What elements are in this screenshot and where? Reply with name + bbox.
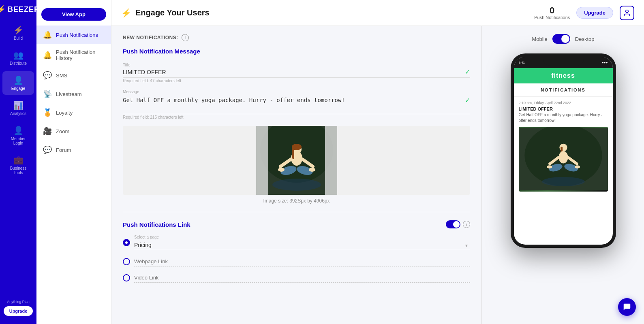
sidebar-label-forum: Forum <box>56 147 71 153</box>
chat-bubble[interactable] <box>618 298 636 316</box>
image-upload-area[interactable] <box>123 126 470 195</box>
title-field-group: Title ✓ Required field: 47 characters le… <box>123 63 470 83</box>
sidebar-item-push-notification-history[interactable]: 🔔 Push Notification History <box>36 44 111 66</box>
upgrade-button-top[interactable]: Upgrade <box>576 7 613 19</box>
nav-item-build[interactable]: ⚡ Build <box>2 21 34 45</box>
business-tools-icon: 💼 <box>13 155 24 165</box>
mobile-label: Mobile <box>532 36 548 42</box>
build-icon: ⚡ <box>13 25 24 35</box>
form-area: NEW NOTIFICATIONS: i Push Notification M… <box>111 26 481 324</box>
preview-view-toggle[interactable] <box>552 34 570 44</box>
notification-image <box>519 127 608 192</box>
new-notifications-label: NEW NOTIFICATIONS: <box>123 35 178 40</box>
toggle-thumb <box>453 221 460 228</box>
sidebar-item-loyalty[interactable]: 🏅 Loyalty <box>36 103 111 122</box>
webpage-link-input[interactable] <box>134 257 470 266</box>
sidebar-header: View App <box>36 5 111 24</box>
svg-point-13 <box>272 179 321 191</box>
sidebar-label-livestream: Livestream <box>56 91 82 97</box>
select-page-dropdown[interactable]: Pricing <box>134 240 470 250</box>
livestream-icon: 📡 <box>43 90 52 98</box>
nav-label-distribute: Distribute <box>10 61 27 66</box>
sidebar-item-sms[interactable]: 💬 SMS <box>36 66 111 85</box>
title-input[interactable] <box>123 69 465 75</box>
chat-bubble-icon <box>623 303 631 311</box>
app-header: fitness <box>514 68 613 83</box>
nav-label-engage: Engage <box>11 86 25 91</box>
push-notification-message-section: Push Notification Message Title ✓ Requir… <box>123 48 470 204</box>
push-link-info-icon[interactable]: i <box>463 221 470 228</box>
phone-time: 9:41 <box>519 61 525 64</box>
view-app-button[interactable]: View App <box>41 8 106 21</box>
phone-screen: 9:41 ●●● fitness NOTIFICATIONS 2:10 pm, … <box>514 57 613 245</box>
radio-content-video <box>134 273 470 283</box>
push-notifications-counter: 0 Push Notifications <box>534 6 570 20</box>
logo-icon: ⚡ <box>0 5 6 14</box>
radio-circle-video[interactable] <box>123 274 130 281</box>
radio-content-webpage <box>134 257 470 266</box>
svg-point-25 <box>546 165 552 168</box>
preview-toggle-thumb <box>561 35 569 43</box>
sidebar-label-loyalty: Loyalty <box>56 110 73 116</box>
nav-item-distribute[interactable]: 👥 Distribute <box>2 46 34 70</box>
push-link-toggle[interactable]: i <box>446 220 470 228</box>
message-hint: Required field: 215 characters left <box>123 115 470 119</box>
zoom-icon: 🎥 <box>43 127 52 136</box>
radio-circle-select-page[interactable] <box>123 239 130 246</box>
distribute-icon: 👥 <box>13 50 24 60</box>
top-bar-right: 0 Push Notifications Upgrade <box>534 6 634 20</box>
toggle-track[interactable] <box>446 220 460 228</box>
title-input-row: ✓ <box>123 68 470 78</box>
sidebar-label-sms: SMS <box>56 72 67 79</box>
notification-body: Get Half OFF a monthly yoga package. Hur… <box>519 112 608 124</box>
sidebar-item-forum[interactable]: 💬 Forum <box>36 141 111 159</box>
member-login-icon: 👤 <box>13 126 24 135</box>
select-arrow-icon: ▼ <box>464 243 469 247</box>
push-link-header: Push Notifications Link i <box>123 220 470 228</box>
logo-text: BEEZER <box>8 5 40 14</box>
sms-icon: 💬 <box>43 71 52 80</box>
radio-webpage-link[interactable] <box>123 257 470 266</box>
top-bar-left: ⚡ Engage Your Users <box>121 8 210 18</box>
notification-title: LIMITED OFFER <box>519 107 608 111</box>
message-input[interactable]: Get Half OFF a monthly yoga package. Hur… <box>123 96 465 112</box>
nav-item-business-tools[interactable]: 💼 Business Tools <box>2 151 34 179</box>
upgrade-button-bottom[interactable]: Upgrade <box>4 306 33 316</box>
top-bar: ⚡ Engage Your Users 0 Push Notifications… <box>111 0 644 26</box>
message-input-row: Get Half OFF a monthly yoga package. Hur… <box>123 95 470 114</box>
radio-video-link[interactable] <box>123 273 470 283</box>
user-avatar[interactable] <box>620 6 634 20</box>
nav-label-analytics: Analytics <box>10 111 26 116</box>
nav-item-analytics[interactable]: 📊 Analytics <box>2 96 34 120</box>
new-notifications-bar: NEW NOTIFICATIONS: i <box>123 34 470 41</box>
section-divider <box>123 212 470 212</box>
radio-select-page[interactable]: Select a page Pricing ▼ <box>123 235 470 250</box>
push-notifications-link-section: Push Notifications Link i Select a page <box>123 220 470 283</box>
radio-circle-webpage[interactable] <box>123 258 130 265</box>
sidebar-item-livestream[interactable]: 📡 Livestream <box>36 85 111 103</box>
sidebar-item-push-notifications[interactable]: 🔔 Push Notifications <box>36 26 111 44</box>
image-size-hint: Image size: 392Spx by 4906px <box>123 198 470 204</box>
svg-rect-6 <box>292 147 294 159</box>
left-navigation: ⚡ BEEZER ⚡ Build 👥 Distribute 👤 Engage 📊… <box>0 0 36 324</box>
push-notifications-count-number: 0 <box>550 6 554 15</box>
phone-mockup: 9:41 ●●● fitness NOTIFICATIONS 2:10 pm, … <box>511 53 616 248</box>
preview-area: Mobile Desktop 9:41 ●●● fitness <box>482 26 644 324</box>
forum-icon: 💬 <box>43 145 52 154</box>
loyalty-icon: 🏅 <box>43 108 52 117</box>
preview-toggle-bar: Mobile Desktop <box>532 34 595 44</box>
svg-rect-14 <box>256 126 268 195</box>
svg-point-18 <box>559 144 567 151</box>
nav-item-engage[interactable]: 👤 Engage <box>2 71 34 95</box>
sidebar-label-zoom: Zoom <box>56 128 69 134</box>
info-icon[interactable]: i <box>182 34 189 41</box>
phone-signal: ●●● <box>602 61 608 64</box>
sidebar-item-zoom[interactable]: 🎥 Zoom <box>36 122 111 141</box>
sidebar-label-push-notification-history: Push Notification History <box>56 49 105 61</box>
nav-item-member-login[interactable]: 👤 Member Login <box>2 122 34 149</box>
section1-title: Push Notification Message <box>123 48 470 55</box>
push-notifications-count-label: Push Notifications <box>534 15 570 20</box>
plan-label: Anything Plan <box>7 300 30 305</box>
video-link-input[interactable] <box>134 273 470 283</box>
message-label: Message <box>123 90 470 94</box>
